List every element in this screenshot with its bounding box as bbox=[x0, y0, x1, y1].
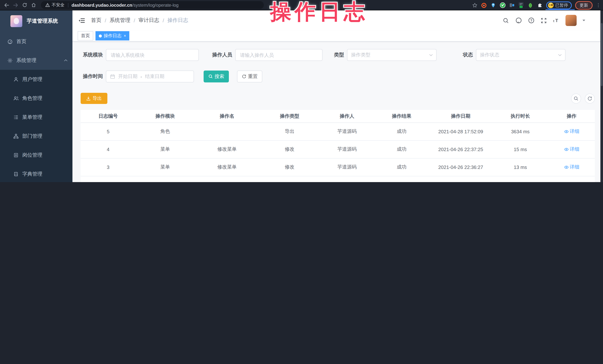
detail-link[interactable]: 详细 bbox=[564, 146, 580, 153]
scrollbar-thumb[interactable] bbox=[601, 23, 603, 86]
navbar-actions: ? tT bbox=[502, 11, 586, 31]
detail-link[interactable]: 详细 bbox=[564, 164, 580, 170]
bookmark-star-icon[interactable] bbox=[472, 2, 478, 8]
breadcrumb-item-current: 操作日志 bbox=[167, 17, 188, 24]
avatar-caret-icon[interactable] bbox=[582, 19, 586, 22]
sidebar-fold-button[interactable] bbox=[77, 16, 87, 25]
sidebar-item-roles[interactable]: 角色管理 bbox=[0, 89, 72, 108]
browser-extensions-area: on 已暂停 更新 ⋮ bbox=[472, 0, 601, 11]
annotation-blue-underline bbox=[545, 9, 575, 10]
extensions-puzzle-icon[interactable] bbox=[537, 2, 543, 8]
browser-forward-button[interactable] bbox=[11, 0, 20, 10]
browser-back-button[interactable] bbox=[2, 0, 11, 10]
module-input[interactable] bbox=[106, 49, 199, 61]
type-select-placeholder: 操作类型 bbox=[351, 52, 371, 58]
cell-duration: 15 ms bbox=[492, 176, 548, 182]
cell-result: 成功 bbox=[374, 122, 429, 140]
start-date-placeholder[interactable]: 开始日期 bbox=[118, 73, 138, 80]
browser-reload-button[interactable] bbox=[20, 0, 29, 10]
cell-module: 菜单 bbox=[136, 158, 195, 176]
back-arrow-icon bbox=[4, 3, 9, 7]
id-badge-icon bbox=[13, 152, 19, 158]
divider bbox=[68, 3, 68, 7]
cell-type: 新增 bbox=[259, 176, 320, 182]
export-button[interactable]: 导出 bbox=[81, 93, 107, 104]
status-label: 状态 bbox=[457, 52, 473, 58]
browser-home-button[interactable] bbox=[29, 0, 38, 10]
table-row: 4 菜单 修改菜单 修改 芋道源码 成功 2021-04-26 22:37:25… bbox=[81, 140, 595, 158]
tag-home[interactable]: 首页 bbox=[78, 31, 93, 41]
tag-close-icon[interactable]: × bbox=[124, 34, 126, 38]
user-avatar[interactable] bbox=[566, 15, 577, 26]
sidebar-item-dictionary[interactable]: 字典管理 bbox=[0, 165, 72, 182]
github-icon bbox=[515, 17, 522, 24]
type-select[interactable]: 操作类型 bbox=[347, 49, 437, 61]
toggle-search-button[interactable] bbox=[571, 93, 581, 103]
sidebar-item-label: 岗位管理 bbox=[22, 152, 42, 158]
col-operator: 操作人 bbox=[320, 110, 374, 122]
user-icon bbox=[13, 77, 19, 82]
cell-log-id: 4 bbox=[81, 140, 136, 158]
breadcrumb-item-system[interactable]: 系统管理 bbox=[110, 17, 130, 24]
sidebar-item-home[interactable]: 首页 bbox=[0, 32, 72, 51]
browser-scrollbar[interactable] bbox=[600, 11, 603, 182]
cell-log-id: 5 bbox=[81, 122, 136, 140]
refresh-icon bbox=[242, 74, 246, 79]
extension-squares-icon[interactable] bbox=[509, 2, 515, 8]
detail-link[interactable]: 详细 bbox=[564, 128, 580, 135]
browser-menu-button[interactable]: ⋮ bbox=[596, 3, 601, 7]
cell-operator: 芋道源码 bbox=[320, 176, 374, 182]
reset-button[interactable]: 重置 bbox=[237, 71, 262, 82]
col-result: 操作结果 bbox=[374, 110, 429, 122]
extension-leaf-icon[interactable] bbox=[527, 2, 533, 8]
sidebar-item-system[interactable]: 系统管理 bbox=[0, 51, 72, 70]
calendar-icon bbox=[110, 74, 115, 79]
font-size-button[interactable]: tT bbox=[553, 17, 560, 24]
tag-label: 首页 bbox=[81, 33, 90, 39]
end-date-placeholder[interactable]: 结束日期 bbox=[145, 73, 164, 80]
breadcrumb-item-audit[interactable]: 审计日志 bbox=[139, 17, 159, 24]
address-bar[interactable]: 不安全 dashboard.yudao.iocoder.cn /system/l… bbox=[41, 1, 264, 9]
extension-green-circle-icon[interactable] bbox=[499, 2, 505, 8]
docs-help-button[interactable]: ? bbox=[528, 17, 535, 24]
date-range-picker[interactable]: 开始日期 - 结束日期 bbox=[106, 71, 194, 82]
extension-pin-icon[interactable] bbox=[490, 2, 496, 8]
fullscreen-button[interactable] bbox=[540, 17, 547, 24]
detail-link[interactable]: 详细 bbox=[564, 182, 580, 182]
sidebar-item-label: 部门管理 bbox=[22, 133, 42, 139]
table-row: 5 角色 导出 芋道源码 成功 2021-04-28 17:52:09 3634… bbox=[81, 122, 595, 140]
search-icon bbox=[208, 74, 213, 79]
sidebar-item-posts[interactable]: 岗位管理 bbox=[0, 145, 72, 165]
profile-paused-chip[interactable]: 已暂停 bbox=[546, 1, 572, 9]
cell-result: 成功 bbox=[374, 140, 429, 158]
sidebar-item-departments[interactable]: 部门管理 bbox=[0, 127, 72, 145]
header-search-button[interactable] bbox=[502, 17, 509, 24]
url-domain[interactable]: dashboard.yudao.iocoder.cn bbox=[71, 2, 132, 8]
operator-input[interactable] bbox=[235, 49, 323, 61]
cell-log-id: 3 bbox=[81, 158, 136, 176]
github-link-button[interactable] bbox=[515, 17, 522, 24]
extension-orange-icon[interactable] bbox=[481, 2, 487, 8]
table-row: 3 菜单 修改菜单 修改 芋道源码 成功 2021-04-26 22:36:27… bbox=[81, 158, 595, 176]
security-label[interactable]: 不安全 bbox=[52, 2, 64, 8]
logo-image bbox=[11, 15, 22, 27]
search-button[interactable]: 搜索 bbox=[204, 71, 229, 82]
sidebar-item-menus[interactable]: 菜单管理 bbox=[0, 108, 72, 127]
status-select[interactable]: 操作状态 bbox=[476, 49, 566, 61]
extension-on-badge-icon[interactable]: on bbox=[518, 2, 524, 8]
book-icon bbox=[13, 171, 19, 176]
sidebar-submenu-system: 用户管理 角色管理 菜单管理 部门管理 岗位管理 bbox=[0, 70, 72, 182]
tag-operate-log[interactable]: 操作日志 × bbox=[95, 31, 129, 41]
tags-view-bar: 首页 操作日志 × bbox=[72, 31, 600, 42]
sidebar-item-users[interactable]: 用户管理 bbox=[0, 70, 72, 89]
breadcrumb-item-home[interactable]: 首页 bbox=[91, 17, 101, 24]
font-size-icon: tT bbox=[553, 17, 560, 23]
status-select-placeholder: 操作状态 bbox=[480, 52, 499, 58]
col-log-id: 日志编号 bbox=[81, 110, 136, 122]
svg-text:t: t bbox=[553, 20, 554, 23]
sidebar-logo[interactable]: 芋道管理系统 bbox=[0, 11, 72, 32]
url-path[interactable]: /system/log/operate-log bbox=[132, 2, 178, 8]
browser-update-button[interactable]: 更新 bbox=[575, 1, 592, 10]
refresh-table-button[interactable] bbox=[585, 93, 595, 103]
col-module: 操作模块 bbox=[136, 110, 195, 122]
